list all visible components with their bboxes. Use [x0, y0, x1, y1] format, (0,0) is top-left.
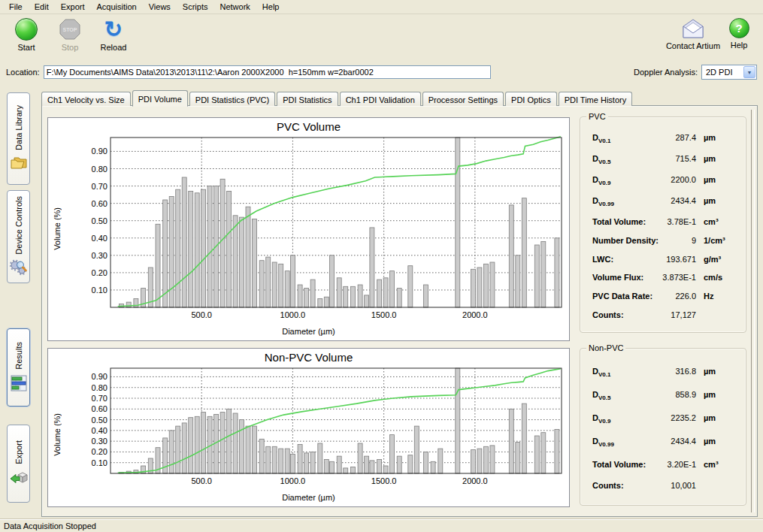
stat-label: DV0.9 — [592, 413, 610, 425]
y-axis-label: Volume (%) — [53, 413, 62, 456]
svg-text:0.90: 0.90 — [92, 147, 107, 156]
tab-ch1-velocity-vs-size[interactable]: Ch1 Velocity vs. Size — [41, 92, 131, 106]
help-icon: ? — [729, 18, 749, 38]
stat-row: Number Density:91/cm³ — [580, 236, 746, 245]
stat-unit: g/m³ — [696, 255, 737, 264]
reload-icon: ↻ — [104, 18, 123, 41]
svg-text:2000.0: 2000.0 — [462, 476, 488, 485]
svg-text:0.30: 0.30 — [92, 251, 107, 260]
envelope-icon — [681, 18, 705, 39]
groupbox-title: PVC — [586, 112, 608, 121]
stat-value: 10,001 — [624, 481, 696, 490]
help-button[interactable]: ? Help — [722, 17, 755, 50]
chevron-down-icon[interactable]: ▼ — [743, 66, 755, 78]
stat-value: 287.4 — [610, 133, 696, 142]
location-label: Location: — [6, 68, 40, 77]
stat-unit: cm³ — [696, 217, 737, 226]
stat-value: 17,127 — [624, 310, 696, 319]
stat-label: Number Density: — [592, 236, 659, 245]
menu-export[interactable]: Export — [55, 0, 91, 14]
doppler-analysis-value: 2D PDI — [706, 68, 732, 77]
stat-unit: cm³ — [696, 460, 737, 469]
sidebar-item-results[interactable]: Results — [7, 328, 30, 407]
svg-text:0.70: 0.70 — [92, 182, 107, 191]
stat-unit: µm — [696, 390, 737, 399]
stat-unit: µm — [696, 437, 737, 446]
menu-acquisition[interactable]: Acquisition — [91, 0, 143, 14]
groupbox-non-pvc: Non-PVCDV0.1316.8µmDV0.5858.9µmDV0.92235… — [580, 348, 746, 506]
stat-label: Total Volume: — [592, 460, 646, 469]
stat-label: DV0.99 — [592, 437, 614, 448]
sidebar-item-device-controls[interactable]: Device Controls — [7, 190, 30, 283]
svg-text:0.60: 0.60 — [92, 404, 107, 413]
stat-label: Counts: — [592, 481, 624, 490]
sidebar-item-export[interactable]: Export — [7, 425, 30, 503]
groupbox-pvc: PVCDV0.1287.4µmDV0.5715.4µmDV0.92200.0µm… — [580, 116, 746, 333]
contact-artium-button[interactable]: Contact Artium — [664, 17, 722, 50]
menu-views[interactable]: Views — [143, 0, 177, 14]
svg-text:0.30: 0.30 — [92, 437, 107, 446]
stat-row: DV0.1287.4µm — [580, 133, 746, 144]
svg-text:0.40: 0.40 — [92, 234, 107, 243]
tab-pdi-time-history[interactable]: PDI Time History — [559, 92, 633, 106]
stat-value: 193.671 — [613, 255, 696, 264]
stat-label: DV0.5 — [592, 154, 610, 165]
stat-unit: µm — [696, 196, 737, 205]
svg-text:1000.0: 1000.0 — [280, 476, 306, 485]
svg-text:0.20: 0.20 — [92, 268, 107, 277]
start-button[interactable]: Start — [5, 17, 48, 52]
stat-row: Total Volume:3.78E-1cm³ — [580, 217, 746, 226]
stat-value: 3.873E-1 — [643, 273, 696, 282]
stat-row: Volume Flux:3.873E-1cm/s — [580, 273, 746, 282]
svg-text:2000.0: 2000.0 — [462, 310, 488, 319]
svg-text:1500.0: 1500.0 — [371, 476, 397, 485]
stat-label: DV0.1 — [592, 367, 610, 378]
menu-file[interactable]: File — [3, 0, 29, 14]
sidebar-item-label: Export — [14, 440, 23, 464]
stat-unit: µm — [696, 175, 737, 184]
splitter-handle[interactable] — [751, 110, 755, 512]
groupbox-title: Non-PVC — [586, 343, 625, 352]
stat-label: DV0.1 — [592, 133, 610, 144]
stat-unit: µm — [696, 154, 737, 163]
start-icon — [15, 18, 38, 41]
sidebar-item-label: Results — [14, 342, 23, 370]
sidebar-item-data-library[interactable]: Data Library — [7, 92, 30, 185]
reload-button[interactable]: ↻ Reload — [92, 17, 135, 52]
tab-pdi-optics[interactable]: PDI Optics — [505, 92, 557, 106]
export-arrow-icon — [10, 469, 28, 487]
doppler-analysis-select[interactable]: 2D PDI ▼ — [701, 65, 757, 80]
stat-label: DV0.99 — [592, 196, 614, 207]
menu-network[interactable]: Network — [213, 0, 256, 14]
stat-unit: µm — [696, 413, 737, 422]
stat-row: PVC Data Rate:226.0Hz — [580, 292, 746, 301]
stop-button[interactable]: STOP Stop — [48, 17, 92, 52]
help-label: Help — [731, 41, 748, 50]
stat-value: 2235.2 — [610, 413, 696, 422]
chart-title: Non-PVC Volume — [48, 349, 569, 365]
svg-text:0.80: 0.80 — [92, 383, 107, 392]
stat-row: DV0.92235.2µm — [580, 413, 746, 425]
tab-ch1-pdi-validation[interactable]: Ch1 PDI Validation — [340, 92, 421, 106]
sidebar: Data LibraryDevice ControlsResultsExport — [0, 84, 38, 518]
tab-pdi-volume[interactable]: PDI Volume — [132, 90, 188, 107]
location-input[interactable] — [44, 65, 491, 79]
svg-text:1500.0: 1500.0 — [371, 310, 397, 319]
stat-unit: cm/s — [696, 273, 737, 282]
svg-text:0.80: 0.80 — [92, 165, 107, 174]
chart-panel-non-pvc-volume: Non-PVC VolumeVolume (%)500.01000.01500.… — [47, 348, 570, 507]
menu-edit[interactable]: Edit — [29, 0, 55, 14]
stat-value: 3.20E-1 — [646, 460, 696, 469]
tab-pdi-statistics-pvc[interactable]: PDI Statistics (PVC) — [189, 92, 275, 106]
tab-processor-settings[interactable]: Processor Settings — [422, 92, 504, 106]
menu-scripts[interactable]: Scripts — [177, 0, 214, 14]
stat-row: Total Volume:3.20E-1cm³ — [580, 460, 746, 469]
stat-value: 2200.0 — [610, 175, 696, 184]
svg-text:0.50: 0.50 — [92, 216, 107, 225]
tab-pdi-statistics[interactable]: PDI Statistics — [277, 92, 338, 106]
svg-text:1000.0: 1000.0 — [280, 310, 306, 319]
sidebar-item-label: Device Controls — [14, 196, 23, 255]
chart-plot: 500.01000.01500.02000.00.100.200.300.400… — [65, 365, 567, 491]
menu-help[interactable]: Help — [256, 0, 286, 14]
stop-icon: STOP — [59, 18, 81, 41]
